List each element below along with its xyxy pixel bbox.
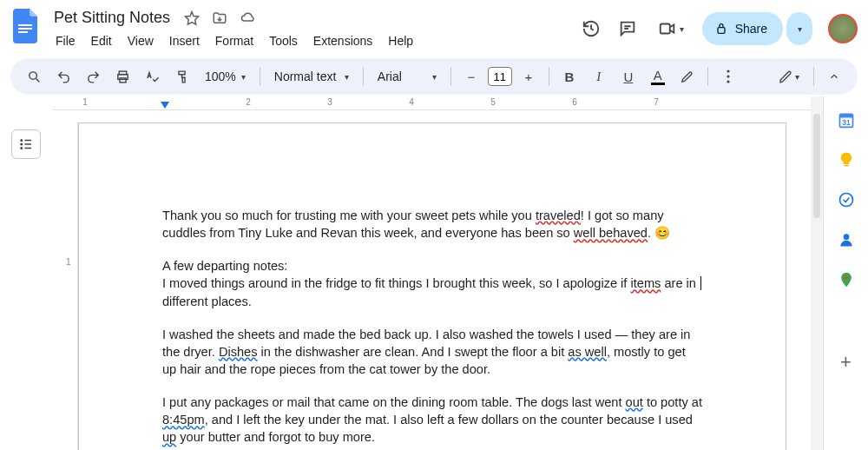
app-header: Pet Sitting Notes File Edit View Insert … <box>0 0 868 51</box>
cloud-status-icon[interactable] <box>240 10 257 26</box>
content-area: 1 2 3 4 5 6 7 1 Thank you so much for tr… <box>0 96 868 450</box>
grammar-suggestion[interactable]: as well <box>568 345 607 359</box>
title-row: Pet Sitting Notes <box>49 7 572 29</box>
paint-format-icon[interactable] <box>168 63 194 89</box>
ruler-tick: 7 <box>654 97 659 107</box>
page-wrap: 1 Thank you so much for trusting me with… <box>52 110 811 450</box>
history-icon[interactable] <box>579 17 603 41</box>
account-avatar[interactable] <box>828 14 858 43</box>
search-icon[interactable] <box>21 63 47 89</box>
header-actions: ▾ Share ▾ <box>579 12 858 45</box>
menu-help[interactable]: Help <box>381 30 420 51</box>
ruler-tick: 4 <box>409 97 414 107</box>
menu-extensions[interactable]: Extensions <box>306 30 379 51</box>
font-value: Arial <box>378 69 402 83</box>
left-gutter <box>0 96 52 450</box>
paragraph-style-select[interactable]: Normal text▾ <box>267 69 356 83</box>
menu-bar: File Edit View Insert Format Tools Exten… <box>49 30 572 51</box>
share-dropdown-button[interactable]: ▾ <box>786 12 812 45</box>
spelling-error[interactable]: items <box>630 276 661 290</box>
menu-edit[interactable]: Edit <box>84 30 119 51</box>
svg-rect-16 <box>839 114 852 117</box>
ruler-tick: 3 <box>327 97 332 107</box>
svg-rect-3 <box>660 24 669 34</box>
bold-button[interactable]: B <box>556 63 582 89</box>
paragraph[interactable]: I washed the sheets and made the bed bac… <box>162 326 702 378</box>
menu-format[interactable]: Format <box>208 30 260 51</box>
document-title[interactable]: Pet Sitting Notes <box>49 7 175 29</box>
menu-file[interactable]: File <box>49 30 82 51</box>
redo-icon[interactable] <box>80 63 106 89</box>
font-size-input[interactable] <box>488 67 512 86</box>
grammar-suggestion[interactable]: 8:45pm <box>162 413 205 427</box>
vruler-tick: 1 <box>66 257 71 267</box>
menu-insert[interactable]: Insert <box>162 30 207 51</box>
tasks-icon[interactable] <box>837 190 856 209</box>
star-icon[interactable] <box>184 10 200 26</box>
svg-point-5 <box>29 71 36 79</box>
underline-button[interactable]: U <box>615 63 641 89</box>
collapse-toolbar-icon[interactable] <box>821 63 847 89</box>
svg-point-19 <box>839 194 852 207</box>
svg-point-20 <box>843 234 849 240</box>
spelling-error[interactable]: traveled <box>536 208 581 222</box>
spelling-error[interactable]: well behaved <box>574 226 648 240</box>
scrollbar-thumb[interactable] <box>813 114 820 218</box>
ruler-tick: 5 <box>490 97 496 107</box>
grammar-suggestion[interactable]: out <box>626 395 643 409</box>
print-icon[interactable] <box>109 63 135 89</box>
comments-icon[interactable] <box>615 17 640 41</box>
spellcheck-icon[interactable] <box>139 63 165 89</box>
zoom-value: 100% <box>205 69 236 83</box>
add-addon-icon[interactable]: + <box>837 353 856 372</box>
grammar-suggestion[interactable]: Dishes <box>219 345 258 359</box>
italic-button[interactable]: I <box>586 63 612 89</box>
paragraph[interactable]: A few departing notes: <box>162 257 702 275</box>
toolbar: 100%▾ Normal text▾ Arial▾ − + B I U A ▾ <box>10 58 858 95</box>
svg-rect-2 <box>18 31 28 33</box>
zoom-select[interactable]: 100%▾ <box>198 69 253 83</box>
docs-logo[interactable] <box>10 10 42 42</box>
horizontal-ruler[interactable]: 1 2 3 4 5 6 7 <box>52 96 811 110</box>
contacts-icon[interactable] <box>837 230 856 249</box>
more-tools-icon[interactable] <box>715 63 741 89</box>
share-button[interactable]: Share <box>702 12 783 45</box>
ruler-tick: 6 <box>572 97 577 107</box>
document-page[interactable]: Thank you so much for trusting me with y… <box>78 122 786 450</box>
paragraph[interactable]: I put any packages or mail that came on … <box>162 394 702 446</box>
undo-icon[interactable] <box>50 63 76 89</box>
grammar-suggestion[interactable]: up <box>162 430 176 444</box>
paragraph[interactable]: Thank you so much for trusting me with y… <box>162 207 702 242</box>
font-select[interactable]: Arial▾ <box>371 69 444 83</box>
separator <box>363 67 364 86</box>
pen-icon[interactable]: ▾ <box>772 63 806 89</box>
svg-point-9 <box>727 69 729 72</box>
title-icons <box>184 10 257 26</box>
separator <box>549 67 549 86</box>
document-scroll[interactable]: 1 2 3 4 5 6 7 1 Thank you so much for tr… <box>52 96 811 450</box>
separator <box>707 67 708 86</box>
paragraph[interactable]: I moved things around in the fridge to f… <box>162 275 702 309</box>
vertical-ruler[interactable]: 1 <box>64 122 78 450</box>
move-icon[interactable] <box>212 10 227 26</box>
font-size-increase[interactable]: + <box>516 63 542 89</box>
svg-point-21 <box>844 275 847 279</box>
menu-tools[interactable]: Tools <box>262 30 305 51</box>
separator <box>813 67 814 86</box>
separator <box>450 67 451 86</box>
highlight-button[interactable] <box>674 63 700 89</box>
meet-icon[interactable]: ▾ <box>652 17 690 41</box>
indent-marker[interactable] <box>161 102 169 109</box>
title-area: Pet Sitting Notes File Edit View Insert … <box>49 7 572 51</box>
vertical-scrollbar[interactable] <box>811 96 823 450</box>
keep-icon[interactable] <box>837 150 856 169</box>
font-size-decrease[interactable]: − <box>458 63 484 89</box>
text-color-button[interactable]: A <box>645 63 671 89</box>
svg-rect-4 <box>718 28 725 34</box>
svg-point-13 <box>21 143 23 145</box>
maps-icon[interactable] <box>837 270 856 289</box>
calendar-icon[interactable]: 31 <box>837 110 856 129</box>
svg-rect-0 <box>18 24 32 26</box>
menu-view[interactable]: View <box>121 30 161 51</box>
outline-toggle-button[interactable] <box>11 129 41 159</box>
